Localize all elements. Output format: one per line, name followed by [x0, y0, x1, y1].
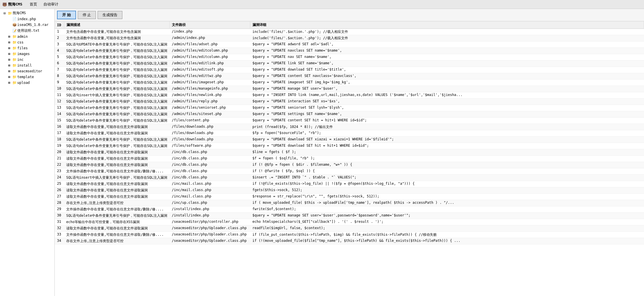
sidebar-item-seacmseditor[interactable]: ⊞ 📁 seacmseditor	[0, 68, 54, 74]
table-row[interactable]: 25 读取文件函数中存在变量,可能存在任意文件读取漏洞 /inc/mail.cl…	[55, 181, 644, 187]
table-row[interactable]: 24 SQL语句insert中插入变量无单引号保护，可能存在SQL注入漏洞 /i…	[55, 175, 644, 181]
cell-id: 18	[55, 137, 64, 143]
table-row[interactable]: 10 SQL语句delete中条件变量无单引号保护，可能存在SQL注入漏洞 /a…	[55, 86, 644, 92]
start-button[interactable]: 开 始	[57, 11, 76, 19]
cell-desc: SQL语句delete中条件变量无单引号保护，可能存在SQL注入漏洞	[64, 111, 170, 118]
table-row[interactable]: 11 SQL语句insert中插入变量无单引号保护，可能存在SQL注入漏洞 /a…	[55, 92, 644, 99]
toolbar: 开 始 停 止 生成报告	[55, 9, 644, 21]
cell-id: 30	[55, 213, 64, 219]
cell-detail: echo htmlspecialchars($_GET["callback"])…	[250, 219, 644, 225]
sidebar-item-label: iseaCMS_1.0.rar	[17, 23, 48, 27]
table-row[interactable]: 5 SQL语句delete中条件变量无单引号保护，可能存在SQL注入漏洞 /ad…	[55, 54, 644, 61]
spacer-icon	[7, 22, 12, 27]
table-row[interactable]: 22 读取文件函数中存在变量,可能存在任意文件读取漏洞 /inc/db.clas…	[55, 162, 644, 168]
cell-detail: if (!(move_uploaded_file($file["tmp_name…	[250, 238, 644, 244]
sidebar-item-index-php[interactable]: 📄 index.php	[0, 16, 54, 22]
report-button[interactable]: 生成报告	[98, 11, 122, 19]
table-row[interactable]: 30 SQL语句delete中条件变量无单引号保护，可能存在SQL注入漏洞 /i…	[55, 213, 644, 219]
sidebar-item-upload[interactable]: ⊞ 📁 upload	[0, 80, 54, 86]
cell-path: /admin/files/edittwz.php	[170, 73, 250, 80]
cell-path: /inc/mail.class.php	[170, 194, 250, 200]
cell-id: 8	[55, 73, 64, 80]
nav-home[interactable]: 首页	[27, 1, 40, 7]
table-row[interactable]: 12 SQL语句delete中条件变量无单引号保护，可能存在SQL注入漏洞 /a…	[55, 99, 644, 105]
cell-id: 3	[55, 42, 64, 48]
table-row[interactable]: 32 读取文件函数中存在变量,可能存在任意文件读取漏洞 /seacmsedito…	[55, 225, 644, 232]
cell-desc: SQL语句delete中条件变量无单引号保护，可能存在SQL注入漏洞	[64, 105, 170, 111]
sidebar-item-files[interactable]: ⊞ 📁 files	[0, 45, 54, 51]
sidebar-item-root[interactable]: ⊟ 📁 熊海CMS	[0, 10, 54, 16]
table-row[interactable]: 15 SQL语句delete中条件变量无单引号保护，可能存在SQL注入漏洞 /f…	[55, 118, 644, 124]
table-row[interactable]: 9 SQL语句delete中条件变量无单引号保护，可能存在SQL注入漏洞 /ad…	[55, 80, 644, 86]
sidebar-item-images[interactable]: ⊞ 📁 images	[0, 51, 54, 57]
table-row[interactable]: 16 读取文件函数中存在变量,可能存在任意文件读取漏洞 /files/downl…	[55, 124, 644, 130]
cell-id: 16	[55, 124, 64, 130]
cell-detail: $query = "UPDATE imageset SET img_kg='$i…	[250, 80, 644, 86]
cell-id: 10	[55, 86, 64, 92]
cell-desc: SQL语句insert中插入变量无单引号保护，可能存在SQL注入漏洞	[64, 175, 170, 181]
col-header-id: ID	[55, 21, 64, 29]
cell-id: 31	[55, 219, 64, 225]
cell-desc: echo等输出中存在可控变量，可能存在XSS漏洞	[64, 219, 170, 225]
table-row[interactable]: 21 读取文件函数中存在变量,可能存在任意文件读取漏洞 /inc/db.clas…	[55, 156, 644, 162]
stop-button[interactable]: 停 止	[78, 11, 96, 19]
cell-id: 15	[55, 118, 64, 124]
expand-icon: ⊞	[7, 52, 12, 56]
cell-detail: $query = "UPDATE content SET hit = hit+1…	[250, 118, 644, 124]
expand-icon: ⊞	[7, 63, 12, 68]
table-row[interactable]: 7 SQL语句delete中条件变量无单引号保护，可能存在SQL注入漏洞 /ad…	[55, 67, 644, 73]
table-row[interactable]: 13 SQL语句delete中条件变量无单引号保护，可能存在SQL注入漏洞 /a…	[55, 105, 644, 111]
sidebar-item-inc[interactable]: ⊞ 📁 inc	[0, 57, 54, 63]
cell-id: 29	[55, 206, 64, 213]
table-row[interactable]: 3 SQL语句UPDATE中条件变量无单引号保护，可能存在SQL注入漏洞 /ad…	[55, 42, 644, 48]
cell-id: 12	[55, 99, 64, 105]
table-row[interactable]: 1 文件包含函数中存在变量,可能存在文件包含漏洞 /index.php incl…	[55, 29, 644, 35]
table-row[interactable]: 31 echo等输出中存在可控变量，可能存在XSS漏洞 /seacmsedito…	[55, 219, 644, 225]
table-row[interactable]: 20 读取文件函数中存在变量,可能存在任意文件读取漏洞 /inc/db.clas…	[55, 149, 644, 156]
table-row[interactable]: 8 SQL语句delete中条件变量无单引号保护，可能存在SQL注入漏洞 /ad…	[55, 73, 644, 80]
cell-id: 24	[55, 175, 64, 181]
table-row[interactable]: 29 文件操作函数中存在变量,可能存在任意文件读取/删除/修.... /inst…	[55, 206, 644, 213]
sidebar-item-label: css	[17, 40, 24, 44]
cell-detail: readfile($imgUrl, false, $context);	[250, 225, 644, 232]
sidebar-item-css[interactable]: ⊞ 📁 css	[0, 39, 54, 45]
results-table: ID 漏洞描述 文件路径 漏洞详细 1 文件包含函数中存在变量,可能存在文件包含…	[55, 21, 644, 244]
table-row[interactable]: 4 SQL语句delete中条件变量无单引号保护，可能存在SQL注入漏洞 /ad…	[55, 48, 644, 54]
col-header-desc: 漏洞描述	[64, 21, 170, 29]
cell-path: /files/software.php	[170, 143, 250, 149]
table-row[interactable]: 18 SQL语句delete中条件变量无单引号保护，可能存在SQL注入漏洞 /f…	[55, 137, 644, 143]
table-row[interactable]: 19 SQL语句delete中条件变量无单引号保护，可能存在SQL注入漏洞 /f…	[55, 143, 644, 149]
table-row[interactable]: 34 存在文件上传,注意上传类型是否可控 /seacmseditor/php/U…	[55, 238, 644, 244]
cell-id: 9	[55, 80, 64, 86]
file-icon: 📝	[12, 29, 17, 33]
table-row[interactable]: 17 读取文件函数中存在变量,可能存在任意文件读取漏洞 /files/downl…	[55, 130, 644, 137]
table-row[interactable]: 26 读取文件函数中存在变量,可能存在任意文件读取漏洞 /inc/mail.cl…	[55, 187, 644, 194]
table-row[interactable]: 27 读取文件函数中存在变量,可能存在任意文件读取漏洞 /inc/mail.cl…	[55, 194, 644, 200]
sidebar-item-install[interactable]: ⊞ 📁 install	[0, 63, 54, 68]
cell-desc: 读取文件函数中存在变量,可能存在任意文件读取漏洞	[64, 130, 170, 137]
cell-desc: 存在文件上传,注意上传类型是否可控	[64, 200, 170, 206]
sidebar-item-admin[interactable]: ⊞ 📁 admin	[0, 34, 54, 39]
table-row[interactable]: 14 SQL语句delete中条件变量无单引号保护，可能存在SQL注入漏洞 /a…	[55, 111, 644, 118]
table-row[interactable]: 28 存在文件上传,注意上传类型是否可控 /inc/up.class.php i…	[55, 200, 644, 206]
sidebar: ⊟ 📁 熊海CMS 📄 index.php 📦 iseaCMS_1.0.rar …	[0, 9, 55, 296]
sidebar-item-template[interactable]: ⊞ 📁 template	[0, 74, 54, 80]
cell-desc: 读取文件函数中存在变量,可能存在任意文件读取漏洞	[64, 124, 170, 130]
cell-desc: SQL语句delete中条件变量无单引号保护，可能存在SQL注入漏洞	[64, 143, 170, 149]
cell-detail: $query = "UPDATE navclass SET name='$nam…	[250, 48, 644, 54]
cell-detail: fwrite($of,$content);	[250, 206, 644, 213]
expand-icon: ⊟	[2, 11, 7, 16]
table-row[interactable]: 33 文件操作函数中存在变量,可能存在任意文件读取/删除/修.... /seac…	[55, 232, 644, 238]
table-row[interactable]: 23 文件操作函数中存在变量,可能存在任意文件读取/删除/修.... /inc/…	[55, 168, 644, 175]
sidebar-item-rar[interactable]: 📦 iseaCMS_1.0.rar	[0, 22, 54, 28]
sidebar-item-txt[interactable]: 📝 使用说明.txt	[0, 28, 54, 34]
cell-desc: SQL语句delete中条件变量无单引号保护，可能存在SQL注入漏洞	[64, 61, 170, 67]
expand-icon: ⊞	[7, 80, 12, 85]
cell-detail: $fp = fopen("$sourceFile", "rb");	[250, 130, 644, 137]
folder-icon: 📁	[12, 40, 17, 45]
table-row[interactable]: 2 文件包含函数中存在变量,可能存在文件包含漏洞 /admin/index.ph…	[55, 35, 644, 42]
table-row[interactable]: 6 SQL语句delete中条件变量无单引号保护，可能存在SQL注入漏洞 /ad…	[55, 61, 644, 67]
nav-audit[interactable]: 自动审计	[41, 1, 61, 7]
sidebar-item-label: inc	[17, 58, 24, 62]
spacer-icon	[7, 17, 12, 21]
